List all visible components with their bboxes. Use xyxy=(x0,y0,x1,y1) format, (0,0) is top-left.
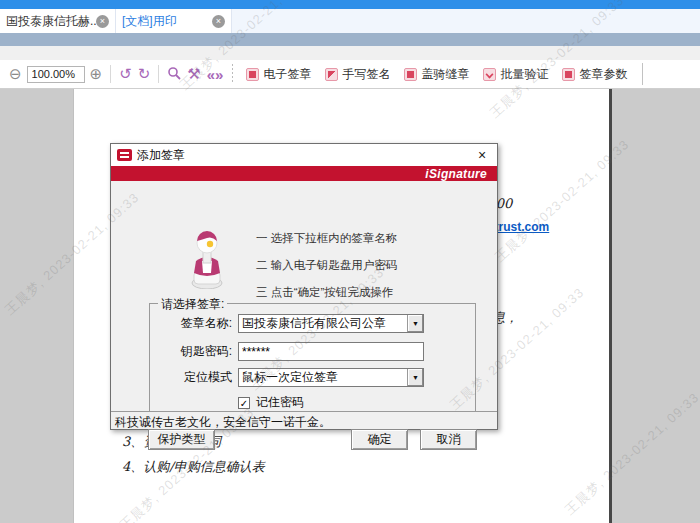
remember-password-label: 记住密码 xyxy=(256,394,304,411)
tab-label: 国投泰康信托赫... xyxy=(6,13,96,30)
brand-banner: iSignature xyxy=(111,166,497,181)
rotate-left-icon[interactable]: ↺ xyxy=(119,65,132,83)
divider xyxy=(642,63,643,85)
group-label: 请选择签章: xyxy=(158,296,227,313)
magnifier-icon[interactable] xyxy=(167,66,181,83)
close-icon[interactable]: × xyxy=(96,15,109,28)
step-1: 一 选择下拉框内的签章名称 xyxy=(256,231,397,246)
brand-logo: iSignature xyxy=(425,167,487,181)
remember-password-checkbox[interactable]: ✓ xyxy=(238,397,250,409)
seal-params-label: 签章参数 xyxy=(579,66,627,83)
tab-bar: 国投泰康信托赫... × [文档]用印 × xyxy=(0,9,700,33)
toolbar: ⊖ ⊕ ↺ ↻ ⚒ «» 电子签章 手写签名 盖骑缝章 批量验证 xyxy=(0,60,700,89)
esign-button[interactable]: 电子签章 xyxy=(246,66,311,83)
app-window: 国投泰康信托赫... × [文档]用印 × ⊖ ⊕ ↺ ↻ ⚒ «» 电子签章 … xyxy=(0,0,700,523)
stamp-icon xyxy=(404,68,417,81)
batch-verify-label: 批量验证 xyxy=(500,66,548,83)
dialog-status-bar: 科技诚传古老文化，安全信守一诺千金。 xyxy=(111,411,497,429)
mascot-stamp-icon xyxy=(186,231,228,289)
tab-document-print[interactable]: [文档]用印 × xyxy=(116,9,232,33)
instruction-steps: 一 选择下拉框内的签章名称 二 输入电子钥匙盘用户密码 三 点击“确定”按钮完成… xyxy=(256,231,397,312)
chevron-down-icon[interactable]: ▼ xyxy=(407,369,423,386)
esign-icon xyxy=(246,68,259,81)
key-password-label: 钥匙密码: xyxy=(150,343,238,360)
dialog-titlebar[interactable]: 添加签章 × xyxy=(111,144,497,166)
check-icon xyxy=(483,68,496,81)
handwrite-label: 手写签名 xyxy=(342,66,390,83)
add-seal-dialog: 添加签章 × iSignature 一 选择下拉框内的签章名称 二 输入电子钥匙… xyxy=(110,143,498,430)
handwrite-sign-button[interactable]: 手写签名 xyxy=(325,66,390,83)
zoom-level-input[interactable] xyxy=(27,66,85,83)
seal-name-label: 签章名称: xyxy=(150,315,238,332)
position-mode-label: 定位模式 xyxy=(150,369,238,386)
tools-icon[interactable]: ⚒ xyxy=(187,65,200,83)
tab-label: [文档]用印 xyxy=(122,13,212,30)
close-icon[interactable]: × xyxy=(212,15,225,28)
paging-seal-button[interactable]: 盖骑缝章 xyxy=(404,66,469,83)
step-3: 三 点击“确定”按钮完成操作 xyxy=(256,285,397,300)
dialog-stamp-icon xyxy=(117,149,132,161)
chevron-down-icon[interactable]: ▼ xyxy=(407,315,423,332)
doc-list-item-4: 4、认购/申购信息确认表 xyxy=(122,458,265,476)
protect-type-button[interactable]: 保护类型 xyxy=(148,429,215,450)
toolbar-band xyxy=(0,33,700,46)
divider xyxy=(110,65,111,83)
paging-seal-label: 盖骑缝章 xyxy=(421,66,469,83)
dialog-body: 一 选择下拉框内的签章名称 二 输入电子钥匙盘用户密码 三 点击“确定”按钮完成… xyxy=(111,181,497,413)
zoom-out-icon[interactable]: ⊖ xyxy=(9,65,22,83)
cancel-button[interactable]: 取消 xyxy=(420,429,477,450)
ok-button[interactable]: 确定 xyxy=(351,429,408,450)
dialog-title: 添加签章 xyxy=(137,147,473,164)
seal-select-group: 请选择签章: 签章名称: 国投泰康信托有限公司公章 ▼ 钥匙密码: 定位模式 鼠… xyxy=(149,303,476,421)
seal-name-value: 国投泰康信托有限公司公章 xyxy=(239,315,407,332)
pencil-icon xyxy=(325,68,338,81)
gear-icon xyxy=(562,68,575,81)
rotate-right-icon[interactable]: ↻ xyxy=(138,65,151,83)
close-icon[interactable]: × xyxy=(473,147,491,163)
seal-name-select[interactable]: 国投泰康信托有限公司公章 ▼ xyxy=(238,314,424,333)
tab-document-1[interactable]: 国投泰康信托赫... × xyxy=(0,9,116,33)
batch-verify-button[interactable]: 批量验证 xyxy=(483,66,548,83)
zoom-in-icon[interactable]: ⊕ xyxy=(90,65,103,83)
seal-params-button[interactable]: 签章参数 xyxy=(562,66,627,83)
step-2: 二 输入电子钥匙盘用户密码 xyxy=(256,258,397,273)
double-arrow-icon[interactable]: «» xyxy=(207,66,224,83)
key-password-input[interactable] xyxy=(238,342,424,361)
toolbar-gap xyxy=(0,46,700,60)
position-mode-select[interactable]: 鼠标一次定位签章 ▼ xyxy=(238,368,424,387)
divider xyxy=(232,64,233,84)
window-accent-strip xyxy=(0,0,700,9)
esign-label: 电子签章 xyxy=(263,66,311,83)
position-mode-value: 鼠标一次定位签章 xyxy=(239,369,407,386)
divider xyxy=(158,65,159,83)
